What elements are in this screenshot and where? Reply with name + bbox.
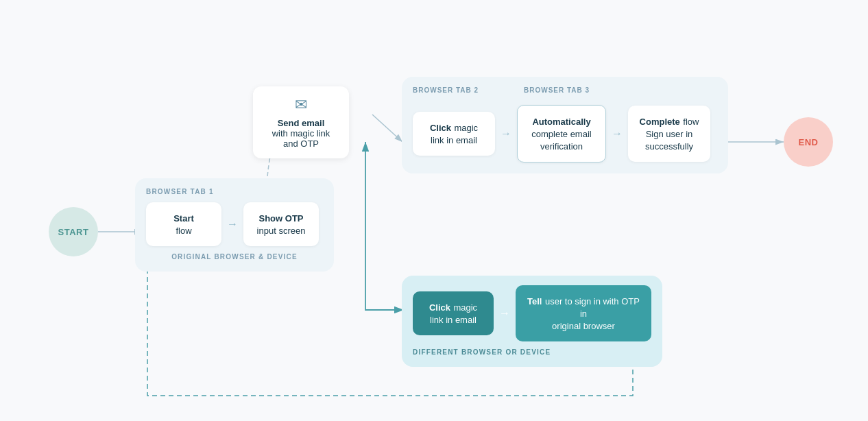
envelope-icon: ✉ [295, 96, 307, 114]
send-email-normal: with magic linkand OTP [272, 128, 330, 149]
browser-tab1-label: BROWSER TAB 1 [146, 188, 323, 195]
arrow-tab2-2: → [606, 128, 628, 140]
arrow-tab1-1: → [221, 218, 243, 230]
step-start-bold: Start [173, 213, 194, 224]
send-email-bold: Send email [278, 118, 325, 128]
end-node: END [784, 117, 833, 167]
browser-tab23-group: BROWSER TAB 2 BROWSER TAB 3 Click magicl… [402, 77, 728, 173]
complete-bold: Complete [640, 117, 680, 127]
tab23-steps: Click magiclink in email → Automatically… [413, 105, 717, 163]
browser-tab1-group: BROWSER TAB 1 Start flow → Show OTP inpu… [135, 178, 334, 272]
different-browser-group: Click magiclink in email → Tell user to … [402, 276, 662, 367]
tab3-label: BROWSER TAB 3 [524, 86, 590, 94]
original-browser-label: ORIGINAL BROWSER & DEVICE [146, 253, 323, 261]
arrow-diff-1: → [494, 307, 516, 320]
different-browser-steps: Click magiclink in email → Tell user to … [413, 285, 651, 341]
svg-line-5 [372, 115, 402, 142]
step-click-magic-diff: Click magiclink in email [413, 291, 494, 335]
tell-normal: user to sign in with OTP inoriginal brow… [545, 296, 640, 331]
step-start-flow: Start flow [146, 202, 221, 246]
step-show-otp: Show OTP input screen [243, 202, 319, 246]
end-label: END [784, 117, 833, 167]
step-otp-bold: Show OTP [259, 213, 304, 224]
click-bold-diff: Click [429, 302, 450, 313]
different-browser-label: DIFFERENT BROWSER OR DEVICE [413, 348, 651, 356]
tab-labels-row: BROWSER TAB 2 BROWSER TAB 3 [413, 86, 717, 99]
tab3-label-area: BROWSER TAB 3 [524, 86, 590, 99]
browser-tab1-steps: Start flow → Show OTP input screen [146, 202, 323, 246]
step-start-normal: flow [176, 226, 191, 236]
step-otp-normal: input screen [257, 226, 306, 236]
start-label: START [49, 207, 98, 256]
arrow-tab2-1: → [495, 128, 517, 140]
tab2-label-area: BROWSER TAB 2 [413, 86, 514, 99]
start-node: START [49, 207, 98, 256]
tell-bold: Tell [527, 296, 542, 306]
tab2-label: BROWSER TAB 2 [413, 86, 514, 94]
step-click-magic-tab2: Click magiclink in email [413, 112, 495, 156]
step-tell-user: Tell user to sign in with OTP inoriginal… [516, 285, 651, 341]
step-auto-complete: Automatically complete emailverification [517, 105, 606, 163]
auto-bold: Automatically [532, 117, 590, 127]
auto-normal: complete emailverification [531, 129, 591, 152]
step-complete-flow: Complete flowSign user insuccessfully [628, 106, 710, 162]
click-bold-tab2: Click [430, 123, 451, 133]
send-email-card: ✉ Send email with magic linkand OTP [253, 86, 349, 158]
